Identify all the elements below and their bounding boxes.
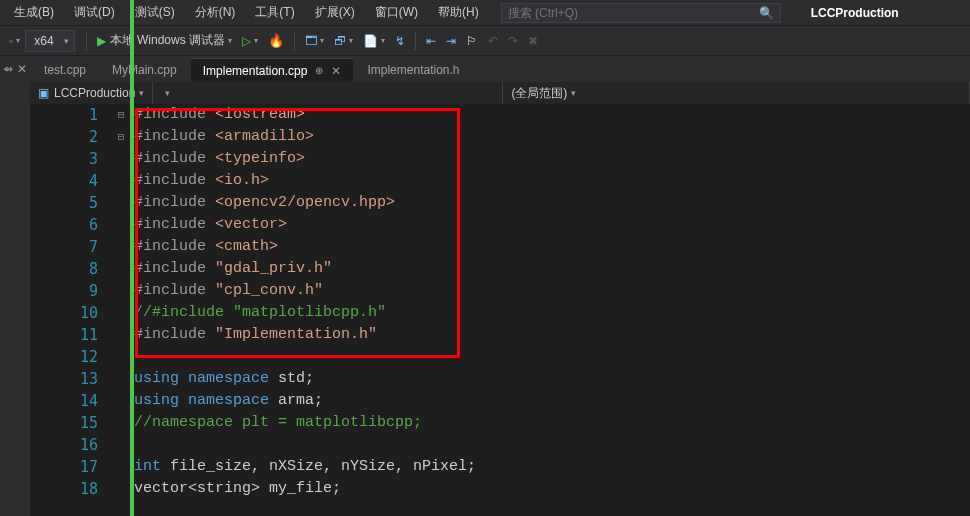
menu-item[interactable]: 分析(N) [185,0,246,25]
menu-bar: 生成(B)调试(D)测试(S)分析(N)工具(T)扩展(X)窗口(W)帮助(H)… [0,0,970,26]
code-line[interactable]: #include <opencv2/opencv.hpp> [134,192,970,214]
line-number: 1 [30,104,98,126]
file-tab-label: test.cpp [44,63,86,77]
line-number: 11 [30,324,98,346]
code-line[interactable]: using namespace std; [134,368,970,390]
file-tab[interactable]: MyMain.cpp [100,58,189,82]
pin-icon[interactable]: ⊕ [315,65,323,76]
toolbar: ◦▾ x64 ▶ 本地 Windows 调试器 ▾ ▷▾ 🔥 🗔▾ 🗗▾ 📄▾ … [0,26,970,56]
code-line[interactable]: int file_size, nXSize, nYSize, nPixel; [134,456,970,478]
code-line[interactable]: #include "cpl_conv.h" [134,280,970,302]
indent-right-button[interactable]: ⇥ [441,30,461,52]
chevron-down-icon: ▾ [228,36,232,45]
hot-reload-button[interactable]: 🔥 [263,30,289,52]
fold-toggle[interactable]: ⊟ [112,104,130,126]
indent-left-button[interactable]: ⇤ [421,30,441,52]
code-editor[interactable]: 123456789101112131415161718 ⊟⊟ #include … [0,104,970,516]
play-icon: ▶ [97,34,106,48]
line-number: 4 [30,170,98,192]
line-number: 18 [30,478,98,500]
line-number: 5 [30,192,98,214]
menu-item[interactable]: 生成(B) [4,0,64,25]
nav-scope[interactable]: (全局范围) [503,82,970,104]
tool-btn-3[interactable]: 📄▾ [358,30,390,52]
code-line[interactable]: #include <vector> [134,214,970,236]
line-number: 7 [30,236,98,258]
code-line[interactable]: #include "gdal_priv.h" [134,258,970,280]
menu-item[interactable]: 调试(D) [64,0,125,25]
tool-btn-2[interactable]: 🗗▾ [329,30,358,52]
toolbar-divider [86,32,87,50]
toolbar-divider [294,32,295,50]
run-button[interactable]: ▶ 本地 Windows 调试器 ▾ [92,30,237,52]
line-number: 10 [30,302,98,324]
file-tab-bar: ⇴ ✕ test.cppMyMain.cppImplementation.cpp… [0,56,970,82]
line-number-gutter: 123456789101112131415161718 [30,104,112,516]
code-line[interactable]: #include <cmath> [134,236,970,258]
config-dropdown-icon[interactable]: ◦▾ [4,30,25,52]
left-margin [0,82,30,104]
nav-member[interactable] [153,82,503,104]
project-icon: ▣ [38,86,49,100]
fold-toggle[interactable]: ⊟ [112,126,130,148]
document-well-handle[interactable]: ⇴ ✕ [0,56,30,82]
bookmark-next[interactable]: ↷ [503,30,523,52]
code-line[interactable]: #include "Implementation.h" [134,324,970,346]
code-line[interactable]: using namespace arma; [134,390,970,412]
line-number: 14 [30,390,98,412]
line-number: 9 [30,280,98,302]
left-margin-strip [0,104,30,516]
close-icon[interactable]: ✕ [331,64,341,78]
nav-project-label: LCCProduction [54,86,135,100]
code-line[interactable]: #include <typeinfo> [134,148,970,170]
flame-icon: 🔥 [268,33,284,48]
search-input[interactable] [508,6,759,20]
line-number: 6 [30,214,98,236]
fold-column[interactable]: ⊟⊟ [112,104,130,516]
file-tab[interactable]: test.cpp [32,58,98,82]
file-tab[interactable]: Implementation.h [355,58,471,82]
file-tab-label: Implementation.cpp [203,64,308,78]
code-line[interactable]: #include <armadillo> [134,126,970,148]
play-outline-icon: ▷ [242,34,251,48]
menu-item[interactable]: 帮助(H) [428,0,489,25]
file-tab-label: MyMain.cpp [112,63,177,77]
menu-item[interactable]: 扩展(X) [305,0,365,25]
code-nav-bar: ▣ LCCProduction (全局范围) [0,82,970,104]
code-line[interactable]: //namespace plt = matplotlibcpp; [134,412,970,434]
platform-dropdown[interactable]: x64 [25,30,74,52]
tool-btn-4[interactable]: ↯ [390,30,410,52]
search-icon[interactable]: 🔍 [759,6,774,20]
code-line[interactable]: vector<string> my_file; [134,478,970,500]
drag-icon: ⇴ [3,62,13,76]
search-box[interactable]: 🔍 [501,3,781,23]
menu-item[interactable]: 窗口(W) [365,0,428,25]
code-line[interactable] [134,346,970,368]
nav-scope-label: (全局范围) [511,85,567,102]
line-number: 13 [30,368,98,390]
line-number: 2 [30,126,98,148]
line-number: 8 [30,258,98,280]
play-noattach-button[interactable]: ▷▾ [237,30,263,52]
code-line[interactable]: #include <iostream> [134,104,970,126]
line-number: 3 [30,148,98,170]
tool-btn-1[interactable]: 🗔▾ [300,30,329,52]
bookmark-clear[interactable]: ✖ [523,30,543,52]
solution-name: LCCProduction [811,6,899,20]
toolbar-divider [415,32,416,50]
menu-item[interactable]: 工具(T) [245,0,304,25]
bookmark-button[interactable]: 🏳 [461,30,483,52]
code-line[interactable]: //#include "matplotlibcpp.h" [134,302,970,324]
close-icon[interactable]: ✕ [17,62,27,76]
file-tab[interactable]: Implementation.cpp⊕✕ [191,58,354,82]
line-number: 16 [30,434,98,456]
bookmark-prev[interactable]: ↶ [483,30,503,52]
line-number: 15 [30,412,98,434]
nav-project[interactable]: ▣ LCCProduction [30,82,153,104]
code-line[interactable]: #include <io.h> [134,170,970,192]
line-number: 12 [30,346,98,368]
code-content[interactable]: #include <iostream>#include <armadillo>#… [130,104,970,516]
line-number: 17 [30,456,98,478]
code-line[interactable] [134,434,970,456]
file-tab-label: Implementation.h [367,63,459,77]
